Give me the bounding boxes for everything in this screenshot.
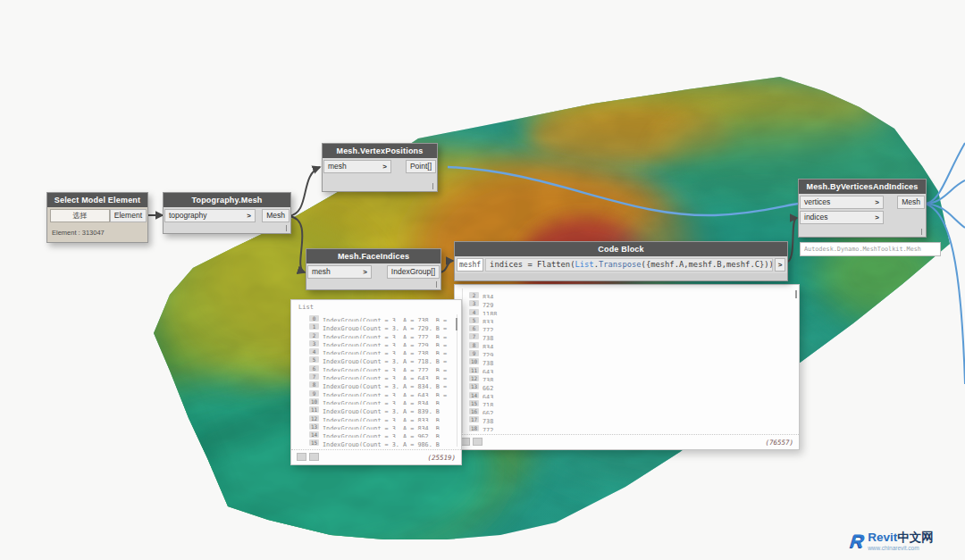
port-input-mesh[interactable]: mesh > — [307, 265, 372, 279]
list-index-badge: 18 — [469, 425, 479, 431]
scrollbar-track[interactable] — [457, 314, 457, 447]
item-count: (76557) — [765, 439, 793, 447]
node-mesh-faceindices[interactable]: Mesh.FaceIndices mesh > IndexGroup[] — [306, 248, 441, 290]
lacing-indicator[interactable] — [436, 281, 437, 288]
list-item: 9729 — [469, 348, 793, 356]
port-output-element[interactable]: Element — [110, 209, 147, 222]
watermark-brand-secondary: 中文网 — [897, 531, 934, 544]
port-output-points[interactable]: Point[] — [406, 160, 436, 173]
chevron-right-icon: > — [363, 266, 367, 278]
indices-list: 2834372941188583367727738883497291073811… — [469, 290, 793, 433]
chevron-right-icon: > — [247, 210, 251, 221]
list-index-badge: 7 — [309, 373, 319, 380]
node-title[interactable]: Mesh.FaceIndices — [306, 249, 441, 263]
list-value: 729 — [482, 302, 493, 306]
list-item: 2IndexGroup(Count = 3, A = 772, B = — [309, 330, 457, 339]
list-index-badge: 7 — [469, 333, 479, 339]
watermark-url: www.chinarevit.com — [868, 546, 934, 552]
panel-divider — [462, 288, 463, 433]
watermark-brand-primary: Revit — [868, 531, 897, 544]
port-input-meshf[interactable]: meshf — [457, 258, 483, 272]
node-type-tooltip: Autodesk.Dynamo.MeshToolkit.Mesh — [800, 242, 941, 256]
node-code-block[interactable]: Code Block meshf indices = Flatten(List.… — [454, 241, 788, 281]
chevron-right-icon: > — [382, 161, 387, 172]
list-index-badge: 4 — [469, 309, 479, 315]
list-index-badge: 6 — [309, 365, 319, 372]
preview-bubble-indices[interactable]: 2834372941188583367727738883497291073811… — [454, 284, 800, 450]
list-item: 10IndexGroup(Count = 3, A = 834, B — [309, 397, 457, 405]
list-index-badge: 5 — [309, 356, 319, 363]
list-item: 9IndexGroup(Count = 3, A = 643, B = — [309, 389, 457, 397]
port-output-chevron[interactable]: > — [775, 258, 785, 272]
list-level-icon[interactable] — [473, 438, 482, 446]
lacing-indicator[interactable] — [432, 183, 433, 189]
node-mesh-byverticesandindices[interactable]: Mesh.ByVerticesAndIndices vertices > Mes… — [798, 179, 927, 238]
chevron-right-icon: > — [875, 196, 879, 208]
list-level-icon[interactable] — [297, 453, 306, 461]
node-mesh-vertexpositions[interactable]: Mesh.VertexPositions mesh > Point[] — [322, 143, 438, 192]
list-index-badge: 10 — [469, 358, 479, 364]
revit-logo-icon: R — [850, 530, 866, 553]
list-value: 738 — [482, 360, 493, 364]
list-level-icon[interactable] — [309, 453, 319, 461]
list-item: 3729 — [469, 298, 793, 306]
list-index-badge: 2 — [309, 332, 319, 339]
list-value: 738 — [482, 335, 493, 339]
list-index-badge: 0 — [309, 315, 319, 322]
list-index-badge: 13 — [469, 383, 479, 389]
node-title[interactable]: Select Model Element — [47, 193, 147, 207]
list-index-badge: 10 — [309, 398, 319, 405]
scrollbar-thumb[interactable] — [795, 290, 797, 298]
list-index-badge: 16 — [469, 408, 479, 414]
port-input-vertices[interactable]: vertices > — [800, 196, 884, 209]
item-count: (25519) — [427, 454, 456, 462]
node-title[interactable]: Mesh.VertexPositions — [323, 144, 437, 158]
list-index-badge: 1 — [309, 323, 319, 330]
list-item: 5IndexGroup(Count = 3, A = 718, B = — [309, 355, 457, 363]
code-block-source[interactable]: indices = Flatten(List.Transpose({meshf.… — [485, 258, 773, 272]
list-value: 662 — [482, 385, 493, 389]
list-value: 738 — [482, 418, 493, 422]
scrollbar-thumb[interactable] — [456, 318, 457, 330]
node-title[interactable]: Topography.Mesh — [164, 193, 290, 207]
list-index-badge: 13 — [309, 423, 319, 430]
list-index-badge: 17 — [469, 416, 479, 422]
preview-footer: (76557) — [455, 434, 799, 449]
port-input-topography[interactable]: topography > — [164, 209, 256, 222]
lacing-indicator[interactable] — [921, 229, 922, 235]
select-button[interactable]: 选择 — [50, 209, 110, 222]
list-index-badge: 3 — [309, 340, 319, 347]
list-item: 12738 — [469, 373, 793, 381]
port-input-mesh[interactable]: mesh > — [323, 160, 391, 173]
list-item: 12IndexGroup(Count = 3, A = 833, B — [309, 414, 457, 422]
preview-bubble-face-indices[interactable]: List 0IndexGroup(Count = 3, A = 738, B =… — [290, 299, 462, 465]
list-item: 13IndexGroup(Count = 3, A = 834, B — [309, 422, 457, 430]
list-value: IndexGroup(Count = 3, A = 718, B = — [323, 358, 447, 363]
list-item: 11IndexGroup(Count = 3, A = 839, B — [309, 405, 457, 413]
node-title[interactable]: Mesh.ByVerticesAndIndices — [799, 180, 926, 194]
list-index-badge: 11 — [469, 367, 479, 373]
list-item: 1IndexGroup(Count = 3, A = 729, B = — [309, 322, 457, 330]
preview-footer: (25519) — [291, 449, 461, 464]
list-item: 2834 — [469, 290, 793, 298]
code-token: ({meshf.A,meshf.B,meshf.C})); — [642, 260, 773, 269]
code-token: List — [575, 260, 593, 269]
list-value: IndexGroup(Count = 3, A = 839, B — [323, 408, 440, 413]
list-index-badge: 15 — [309, 439, 319, 446]
list-index-badge: 14 — [309, 431, 319, 438]
node-topography-mesh[interactable]: Topography.Mesh topography > Mesh — [163, 192, 291, 234]
port-input-indices[interactable]: indices > — [800, 211, 884, 224]
port-output-mesh[interactable]: Mesh — [262, 209, 290, 222]
list-item: 6772 — [469, 323, 793, 331]
list-item: 7738 — [469, 331, 793, 339]
port-output-mesh[interactable]: Mesh — [897, 196, 925, 209]
lacing-indicator[interactable] — [286, 225, 287, 231]
code-token: Flatten — [537, 260, 570, 269]
port-output-indexgroup[interactable]: IndexGroup[] — [387, 265, 440, 279]
list-index-badge: 14 — [469, 392, 479, 398]
node-select-model-element[interactable]: Select Model Element 选择 Element Element … — [46, 192, 148, 243]
node-title[interactable]: Code Block — [455, 242, 787, 256]
list-index-badge: 11 — [309, 406, 319, 413]
list-value: 772 — [482, 427, 493, 431]
chevron-right-icon: > — [875, 212, 879, 223]
